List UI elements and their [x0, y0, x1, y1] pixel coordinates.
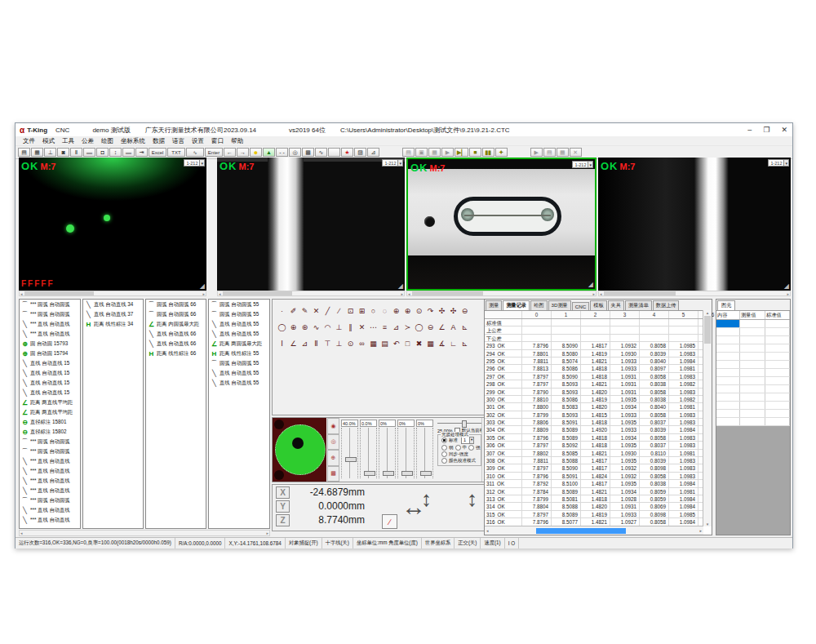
wave-button[interactable]: ∿: [315, 148, 327, 157]
measure-tool-icon[interactable]: ⊿: [300, 340, 309, 348]
measure-tool-icon[interactable]: ·: [277, 307, 286, 315]
light-slider[interactable]: 40.0%: [341, 420, 358, 478]
menu-item[interactable]: 绘图: [101, 137, 113, 145]
camera-zoom-select[interactable]: 1-212▾: [768, 159, 789, 167]
camera3-scrollbar[interactable]: ◂▸: [406, 291, 596, 296]
measure-tool-icon[interactable]: ⊤: [323, 340, 332, 348]
measure-tool-icon[interactable]: ⊖: [460, 307, 469, 315]
column-header[interactable]: 2: [581, 311, 610, 318]
camera4-scrollbar[interactable]: ◂▸: [598, 291, 791, 296]
save3-button[interactable]: ▤: [543, 148, 556, 157]
list-item[interactable]: ╲*** 直线 自动直线: [20, 515, 80, 525]
list-item[interactable]: ⌒*** 圆弧 自动圆弧: [20, 300, 80, 309]
measure-tool-icon[interactable]: ↷: [426, 307, 435, 315]
z-jog-arrows[interactable]: ↕: [467, 486, 477, 512]
table-row[interactable]: 310OK 7.8796 8.5091 1.4824 1.0932 0.8058…: [485, 473, 712, 480]
blank-button[interactable]: [328, 148, 340, 157]
list-item[interactable]: ⌒圆弧 自动圆弧 55: [209, 358, 269, 368]
list-item[interactable]: ⌒*** 圆弧 自动圆弧: [20, 495, 80, 505]
measure-tool-icon[interactable]: ∟: [449, 340, 458, 348]
list-item[interactable]: ╲直线 自动直线 15: [20, 378, 80, 388]
camera-view-1[interactable]: OKM:7 1-212▾ FFFFF ◢: [19, 158, 206, 291]
measure-tool-icon[interactable]: ⊿: [392, 323, 401, 331]
slider-thumb[interactable]: [345, 457, 357, 462]
list-item[interactable]: ╲*** 直线 自动直线: [20, 476, 80, 486]
table-row[interactable]: 302OK 7.8799 8.5093 1.4815 1.0933 0.8058…: [485, 411, 712, 419]
table-row[interactable]: 297OK 7.8797 8.5090 1.4818 1.0931 0.8058…: [485, 373, 712, 380]
strong-radio[interactable]: [468, 445, 474, 451]
measure-tool-icon[interactable]: ▤: [380, 340, 389, 348]
list-item[interactable]: ⌒圆弧 自动圆弧 55: [209, 300, 269, 309]
resize-grip-icon[interactable]: ◢: [784, 282, 789, 290]
measure-tool-icon[interactable]: ◯: [277, 323, 286, 331]
list-item[interactable]: ╲*** 直线 自动直线: [20, 329, 80, 339]
camera-view-2[interactable]: OKM:7 1-212▾ ◢: [217, 158, 405, 291]
list-item[interactable]: ╲直线 自动直线 55: [209, 378, 269, 388]
tolerance-row[interactable]: 标准值: [485, 319, 712, 326]
sync-radio[interactable]: [441, 451, 447, 457]
enter-button[interactable]: Enter: [205, 148, 223, 157]
menu-item[interactable]: 模式: [42, 137, 55, 145]
camera1-scrollbar[interactable]: ◂▸: [19, 291, 206, 296]
list-item[interactable]: ∠距离 内圆弧最大距: [146, 319, 206, 329]
clamp-button[interactable]: ◘: [96, 148, 109, 157]
diagonal-move-button[interactable]: ∕: [382, 514, 397, 529]
list-item[interactable]: H距离 线性标注 55: [209, 349, 269, 358]
slider-thumb[interactable]: [401, 471, 413, 476]
measure-tool-icon[interactable]: ↶: [392, 340, 401, 348]
element-tab[interactable]: 图元: [717, 300, 735, 310]
copy-button[interactable]: ▣: [415, 148, 428, 157]
list-item[interactable]: ⌒圆弧 自动圆弧 66: [146, 300, 206, 309]
dither-button[interactable]: ▨: [354, 148, 366, 157]
minus-minus-button[interactable]: - -: [276, 148, 288, 157]
record-tab[interactable]: 测量记录: [503, 300, 530, 310]
excel-export-button[interactable]: Excel: [149, 148, 166, 157]
measure-tool-icon[interactable]: ▦: [369, 340, 378, 348]
element-row[interactable]: [716, 418, 790, 426]
spacer[interactable]: [508, 148, 530, 157]
measure-tool-icon[interactable]: ⊾: [460, 323, 469, 331]
save-button[interactable]: ▤: [18, 148, 30, 157]
record-tab[interactable]: CNC: [572, 302, 589, 310]
column-header[interactable]: 4: [640, 311, 669, 318]
table-row[interactable]: 314OK 7.8804 8.5088 1.4820 1.0931 0.8069…: [485, 503, 712, 510]
pause-button[interactable]: ▮▮: [482, 148, 494, 157]
element-row[interactable]: [716, 361, 790, 369]
table-row[interactable]: 300OK 7.8810 8.5086 1.4819 1.0935 0.8038…: [485, 396, 712, 403]
measure-tool-icon[interactable]: ⊕: [289, 323, 298, 331]
list-item[interactable]: ╲直线 自动直线 55: [209, 368, 269, 378]
element-row[interactable]: [716, 402, 790, 410]
measure-tool-icon[interactable]: ⊙: [415, 307, 424, 315]
list-item[interactable]: ╲直线 自动直线 15: [20, 358, 80, 368]
light-mode-icon[interactable]: ◎: [327, 434, 339, 451]
table-row[interactable]: 301OK 7.8800 8.5083 1.4820 1.0934 0.8040…: [485, 403, 712, 411]
measure-tool-icon[interactable]: ⊥: [335, 323, 344, 331]
list-item[interactable]: ⌒*** 圆弧 自动圆弧: [20, 437, 80, 446]
list-item[interactable]: ╲直线 自动直线 66: [146, 329, 206, 339]
measure-tool-icon[interactable]: ✕: [312, 307, 321, 315]
magnifier-button[interactable]: ◎: [289, 148, 301, 157]
slider-thumb[interactable]: [420, 471, 432, 476]
table-row[interactable]: 303OK 7.8806 8.5091 1.4818 1.0935 0.8037…: [485, 419, 712, 426]
measure-tool-icon[interactable]: ∞: [357, 340, 366, 348]
camera2-scrollbar[interactable]: ◂▸: [217, 291, 405, 296]
master-intensity-slider[interactable]: [437, 420, 481, 427]
updown-button[interactable]: ↕: [109, 148, 122, 157]
measure-tool-icon[interactable]: ⊕: [392, 307, 401, 315]
measure-tool-icon[interactable]: ✖: [415, 340, 424, 348]
record-tab[interactable]: 数据上传: [653, 300, 680, 310]
slider-thumb[interactable]: [383, 471, 394, 476]
element-row[interactable]: [716, 336, 790, 344]
light-slider[interactable]: 0.0%: [360, 420, 377, 478]
record-tab[interactable]: 测量: [486, 300, 502, 310]
table-row[interactable]: 298OK 7.8797 8.5093 1.4821 1.0931 0.8038…: [485, 380, 712, 388]
light-bulb-button[interactable]: ●: [250, 148, 262, 157]
close-button[interactable]: ✕: [781, 126, 787, 134]
txt-export-button[interactable]: TXT: [167, 148, 185, 157]
camera-view-3-selected[interactable]: OKM:7 1-212▾ ◢: [406, 158, 596, 291]
play-to-end-button[interactable]: ▶▏: [455, 148, 468, 157]
table-horizontal-scrollbar[interactable]: ◂▸: [485, 526, 703, 535]
star-button[interactable]: ★: [341, 148, 353, 157]
maximize-button[interactable]: ❐: [763, 126, 769, 134]
open-button[interactable]: ▦: [31, 148, 43, 157]
